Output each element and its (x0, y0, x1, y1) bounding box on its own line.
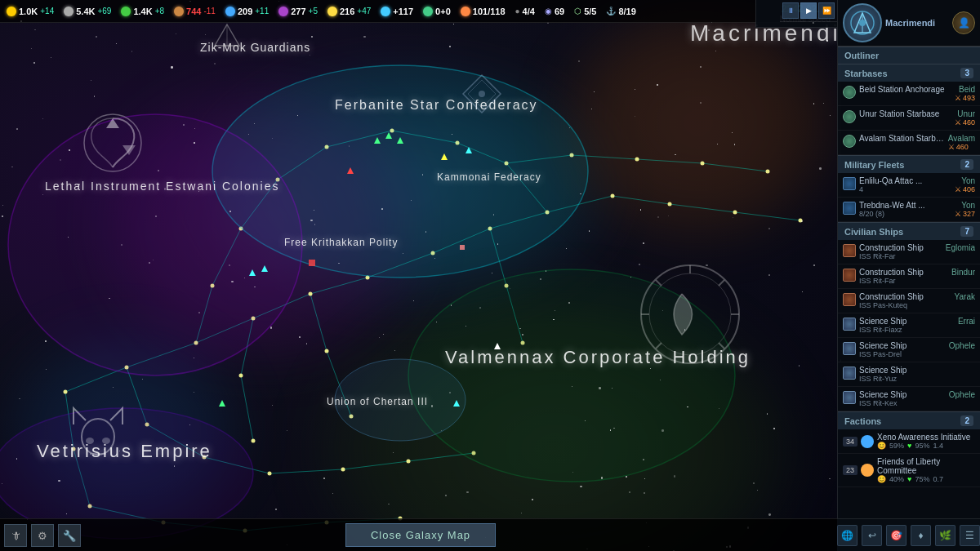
pause-button[interactable]: ⏸ (782, 2, 799, 19)
starbase-power-beid: ⚔ 493 (955, 94, 975, 102)
ship-item-3[interactable]: Science Ship ISS Rit-Fiaxz Errai (838, 313, 980, 338)
ship-icon (843, 269, 856, 282)
ship-marker[interactable] (466, 147, 472, 153)
civilian-ships-section-header[interactable]: Civilian Ships 7 (838, 222, 980, 240)
star (826, 40, 828, 42)
unity-delta: +47 (357, 7, 371, 16)
ship-item-5[interactable]: Science Ship ISS Rit-Yuz (838, 362, 980, 387)
faction-item-xeno[interactable]: 34 Xeno Awareness Initiative 😊 59% ♥ 95%… (838, 429, 980, 454)
star (452, 134, 452, 135)
ship-marker[interactable] (261, 265, 268, 272)
ship-item-6[interactable]: Science Ship ISS Rit-Kex Ophele (838, 387, 980, 411)
portrait-mini[interactable]: 👤 (952, 11, 975, 34)
fleet-item-enlilu[interactable]: Enlilu-Qa Attac ... 4 Yon ⚔ 406 (838, 173, 980, 198)
ship-item-0[interactable]: Construction Ship ISS Rit-Far Eglomia (838, 240, 980, 264)
ship-marker[interactable] (397, 137, 403, 144)
society-value: 0+0 (435, 7, 451, 16)
fast-forward-button[interactable]: ⏩ (818, 2, 835, 19)
outliner-header[interactable]: Outliner (838, 47, 980, 64)
resource-pops[interactable]: ● 4/4 (515, 7, 535, 16)
star (445, 495, 447, 496)
science-ship-icon (843, 342, 856, 355)
ship-marker[interactable] (347, 167, 354, 174)
ship-marker[interactable] (385, 132, 392, 139)
ship-item-1[interactable]: Construction Ship ISS Rit-Far Bindur (838, 264, 980, 289)
starbase-item-beid[interactable]: Beid Station Anchorage Beid ⚔ 493 (838, 82, 980, 106)
ship-marker[interactable] (441, 153, 448, 160)
resource-society[interactable]: 0+0 (423, 7, 451, 16)
planets-value: 69 (555, 7, 564, 16)
ship-marker[interactable] (494, 343, 501, 349)
bottom-icon-gear[interactable]: ⚙ (31, 524, 54, 547)
resource-alloys[interactable]: 744 -11 (174, 7, 216, 16)
ship-marker[interactable] (249, 269, 256, 276)
resource-engineering[interactable]: 101/118 (461, 7, 506, 16)
starbases-label: Starbases (844, 69, 888, 78)
starbases-section-header[interactable]: Starbases 3 (838, 64, 980, 82)
br-icon-leaf[interactable]: 🌿 (935, 525, 956, 546)
resource-systems[interactable]: ⬡ 5/5 (574, 7, 596, 16)
ship-info-2: Construction Ship ISS Pas-Kuteq (859, 292, 951, 309)
ship-item-2[interactable]: Construction Ship ISS Pas-Kuteq Yarak (838, 289, 980, 313)
ship-info-0: Construction Ship ISS Rit-Far (859, 243, 942, 260)
ship-marker[interactable] (219, 400, 225, 407)
resource-fleets[interactable]: ⚓ 8/19 (606, 7, 635, 16)
portrait-area[interactable]: Macrimendi 👤 (838, 0, 980, 47)
svg-line-111 (719, 343, 724, 349)
svg-point-96 (479, 91, 485, 97)
faction-approval-icon: 😊 (877, 442, 886, 450)
resource-energy[interactable]: 1.0K +14 (7, 7, 54, 16)
resource-food[interactable]: 1.4K +8 (121, 7, 164, 16)
star (94, 96, 96, 97)
ship-name-5: Science Ship (859, 366, 972, 375)
svg-marker-98 (106, 118, 119, 128)
military-fleets-section-header[interactable]: Military Fleets 2 (838, 155, 980, 173)
station-icon (843, 86, 856, 99)
empire-name: Macrimendi (885, 18, 949, 28)
factions-count: 2 (960, 415, 973, 426)
ship-marker[interactable] (374, 137, 381, 144)
nebula-purple (98, 82, 425, 367)
fleet-info-trebdna: Trebdna-We Att ... 8/20 (8) (859, 201, 951, 218)
bottom-icon-wrench[interactable]: 🔧 (58, 524, 81, 547)
play-button[interactable]: ▶ (800, 2, 817, 19)
br-icon-globe[interactable]: 🌐 (837, 525, 858, 546)
close-galaxy-map-button[interactable]: Close Galaxy Map (345, 523, 496, 547)
bottom-icon-sword[interactable]: 🗡 (4, 524, 27, 547)
br-icon-menu[interactable]: ☰ (960, 525, 980, 546)
star (674, 475, 675, 477)
svg-point-65 (252, 439, 256, 443)
empire-logo-zikmok (211, 23, 243, 47)
resource-unity[interactable]: 216 +47 (327, 7, 371, 16)
starbase-info-unur: Unur Station Starbase (859, 109, 951, 118)
play-controls: ⏸ ▶ ⏩ (780, 0, 837, 22)
star (819, 167, 821, 169)
br-icon-target[interactable]: 🎯 (886, 525, 906, 546)
star (287, 430, 287, 431)
resource-consumer[interactable]: 209 +11 (225, 7, 269, 16)
starbase-item-avalam[interactable]: Avalam Station Starbase Avalam ⚔ 460 (838, 131, 980, 155)
fleet-item-trebdna[interactable]: Trebdna-We Att ... 8/20 (8) Yon ⚔ 327 (838, 198, 980, 222)
star (434, 258, 435, 259)
ship-marker[interactable] (453, 400, 460, 407)
faction-item-liberty[interactable]: 23 Friends of Liberty Committee 😊 40% ♥ … (838, 454, 980, 487)
resource-minerals[interactable]: 5.4K +69 (64, 7, 111, 16)
galaxy-map[interactable]: Zik-Mok Guardians Ferbanite Star Confede… (0, 0, 841, 551)
resource-planets[interactable]: ◉ 69 (545, 7, 564, 16)
star (42, 118, 43, 119)
br-icon-diamond[interactable]: ♦ (911, 525, 931, 546)
factions-section-header[interactable]: Factions 2 (838, 411, 980, 429)
svg-line-112 (719, 280, 724, 286)
star (116, 43, 117, 44)
br-icon-back[interactable]: ↩ (862, 525, 882, 546)
star (497, 243, 498, 244)
resource-influence[interactable]: 277 +5 (278, 7, 318, 16)
ship-item-4[interactable]: Science Ship ISS Pas-Drel Ophele (838, 338, 980, 362)
empire-portrait[interactable] (843, 3, 882, 42)
physics-value: +117 (393, 7, 413, 16)
ship-name-6: Science Ship (859, 390, 946, 399)
resource-physics[interactable]: +117 (381, 7, 413, 16)
starbases-count: 3 (960, 68, 973, 78)
star (813, 264, 815, 266)
starbase-item-unur[interactable]: Unur Station Starbase Unur ⚔ 460 (838, 106, 980, 131)
